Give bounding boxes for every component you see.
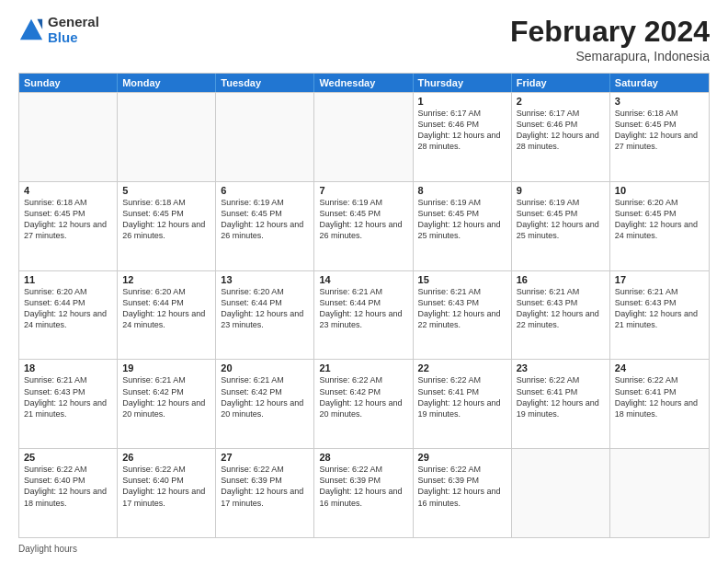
logo-text: General Blue	[48, 15, 99, 45]
title-location: Semarapura, Indonesia	[510, 49, 710, 63]
day-number: 16	[517, 274, 605, 285]
calendar-header: SundayMondayTuesdayWednesdayThursdayFrid…	[19, 74, 709, 92]
day-cell-24: 24Sunrise: 6:22 AM Sunset: 6:41 PM Dayli…	[610, 360, 709, 448]
calendar-body: 1Sunrise: 6:17 AM Sunset: 6:46 PM Daylig…	[19, 92, 709, 537]
daylight-label: Daylight hours	[18, 544, 77, 554]
day-number: 11	[24, 274, 112, 285]
day-info: Sunrise: 6:21 AM Sunset: 6:43 PM Dayligh…	[418, 286, 506, 331]
day-info: Sunrise: 6:19 AM Sunset: 6:45 PM Dayligh…	[418, 197, 506, 242]
day-info: Sunrise: 6:21 AM Sunset: 6:43 PM Dayligh…	[615, 286, 704, 331]
day-info: Sunrise: 6:22 AM Sunset: 6:39 PM Dayligh…	[221, 464, 309, 509]
day-cell-8: 8Sunrise: 6:19 AM Sunset: 6:45 PM Daylig…	[414, 182, 512, 270]
day-cell-20: 20Sunrise: 6:21 AM Sunset: 6:42 PM Dayli…	[216, 360, 314, 448]
header: General Blue February 2024 Semarapura, I…	[18, 15, 710, 63]
day-info: Sunrise: 6:18 AM Sunset: 6:45 PM Dayligh…	[24, 197, 112, 242]
day-info: Sunrise: 6:22 AM Sunset: 6:40 PM Dayligh…	[122, 464, 210, 509]
day-cell-11: 11Sunrise: 6:20 AM Sunset: 6:44 PM Dayli…	[19, 271, 118, 360]
day-info: Sunrise: 6:21 AM Sunset: 6:43 PM Dayligh…	[517, 286, 605, 331]
day-number: 23	[517, 362, 605, 373]
day-number: 4	[24, 185, 112, 196]
day-number: 1	[418, 96, 506, 107]
day-cell-27: 27Sunrise: 6:22 AM Sunset: 6:39 PM Dayli…	[216, 449, 314, 537]
empty-cell	[216, 93, 314, 181]
day-cell-26: 26Sunrise: 6:22 AM Sunset: 6:40 PM Dayli…	[118, 449, 216, 537]
calendar-row-4: 25Sunrise: 6:22 AM Sunset: 6:40 PM Dayli…	[19, 448, 709, 537]
day-cell-18: 18Sunrise: 6:21 AM Sunset: 6:43 PM Dayli…	[19, 360, 118, 448]
calendar-row-1: 4Sunrise: 6:18 AM Sunset: 6:45 PM Daylig…	[19, 181, 709, 270]
header-day-monday: Monday	[118, 74, 216, 92]
day-cell-12: 12Sunrise: 6:20 AM Sunset: 6:44 PM Dayli…	[118, 271, 216, 360]
day-cell-15: 15Sunrise: 6:21 AM Sunset: 6:43 PM Dayli…	[414, 271, 512, 360]
day-number: 10	[615, 185, 704, 196]
day-cell-9: 9Sunrise: 6:19 AM Sunset: 6:45 PM Daylig…	[512, 182, 610, 270]
title-block: February 2024 Semarapura, Indonesia	[510, 15, 710, 63]
day-number: 25	[24, 452, 112, 463]
day-info: Sunrise: 6:20 AM Sunset: 6:44 PM Dayligh…	[24, 286, 112, 331]
header-day-friday: Friday	[512, 74, 610, 92]
day-info: Sunrise: 6:22 AM Sunset: 6:40 PM Dayligh…	[24, 464, 112, 509]
day-number: 29	[418, 452, 506, 463]
day-number: 13	[221, 274, 309, 285]
day-number: 12	[122, 274, 210, 285]
day-number: 17	[615, 274, 704, 285]
logo-general: General	[48, 15, 99, 30]
logo: General Blue	[18, 15, 99, 45]
day-info: Sunrise: 6:19 AM Sunset: 6:45 PM Dayligh…	[517, 197, 605, 242]
day-number: 24	[615, 362, 704, 373]
day-info: Sunrise: 6:17 AM Sunset: 6:46 PM Dayligh…	[418, 108, 506, 153]
day-cell-4: 4Sunrise: 6:18 AM Sunset: 6:45 PM Daylig…	[19, 182, 118, 270]
day-info: Sunrise: 6:20 AM Sunset: 6:44 PM Dayligh…	[122, 286, 210, 331]
day-cell-6: 6Sunrise: 6:19 AM Sunset: 6:45 PM Daylig…	[216, 182, 314, 270]
calendar-row-0: 1Sunrise: 6:17 AM Sunset: 6:46 PM Daylig…	[19, 92, 709, 181]
day-number: 28	[319, 452, 407, 463]
day-cell-21: 21Sunrise: 6:22 AM Sunset: 6:42 PM Dayli…	[314, 360, 413, 448]
day-cell-13: 13Sunrise: 6:20 AM Sunset: 6:44 PM Dayli…	[216, 271, 314, 360]
empty-cell	[610, 449, 709, 537]
day-number: 18	[24, 362, 112, 373]
day-cell-25: 25Sunrise: 6:22 AM Sunset: 6:40 PM Dayli…	[19, 449, 118, 537]
day-info: Sunrise: 6:22 AM Sunset: 6:41 PM Dayligh…	[418, 374, 506, 419]
page: General Blue February 2024 Semarapura, I…	[0, 0, 728, 563]
day-info: Sunrise: 6:22 AM Sunset: 6:41 PM Dayligh…	[517, 374, 605, 419]
day-info: Sunrise: 6:18 AM Sunset: 6:45 PM Dayligh…	[122, 197, 210, 242]
day-number: 7	[319, 185, 407, 196]
day-number: 21	[319, 362, 407, 373]
empty-cell	[314, 93, 413, 181]
day-number: 14	[319, 274, 407, 285]
day-cell-28: 28Sunrise: 6:22 AM Sunset: 6:39 PM Dayli…	[314, 449, 413, 537]
day-number: 19	[122, 362, 210, 373]
header-day-wednesday: Wednesday	[314, 74, 413, 92]
logo-blue: Blue	[48, 30, 99, 46]
day-cell-17: 17Sunrise: 6:21 AM Sunset: 6:43 PM Dayli…	[610, 271, 709, 360]
day-number: 22	[418, 362, 506, 373]
header-day-saturday: Saturday	[610, 74, 709, 92]
svg-marker-1	[38, 18, 43, 29]
day-cell-1: 1Sunrise: 6:17 AM Sunset: 6:46 PM Daylig…	[414, 93, 512, 181]
day-cell-3: 3Sunrise: 6:18 AM Sunset: 6:45 PM Daylig…	[610, 93, 709, 181]
day-number: 2	[517, 96, 605, 107]
calendar-row-3: 18Sunrise: 6:21 AM Sunset: 6:43 PM Dayli…	[19, 359, 709, 448]
day-cell-22: 22Sunrise: 6:22 AM Sunset: 6:41 PM Dayli…	[414, 360, 512, 448]
day-cell-5: 5Sunrise: 6:18 AM Sunset: 6:45 PM Daylig…	[118, 182, 216, 270]
day-number: 9	[517, 185, 605, 196]
day-info: Sunrise: 6:20 AM Sunset: 6:45 PM Dayligh…	[615, 197, 704, 242]
header-day-thursday: Thursday	[414, 74, 512, 92]
empty-cell	[118, 93, 216, 181]
calendar: SundayMondayTuesdayWednesdayThursdayFrid…	[18, 73, 710, 538]
header-day-sunday: Sunday	[19, 74, 118, 92]
day-number: 5	[122, 185, 210, 196]
day-number: 27	[221, 452, 309, 463]
day-info: Sunrise: 6:22 AM Sunset: 6:41 PM Dayligh…	[615, 374, 704, 419]
footer: Daylight hours	[18, 544, 710, 554]
day-cell-19: 19Sunrise: 6:21 AM Sunset: 6:42 PM Dayli…	[118, 360, 216, 448]
day-info: Sunrise: 6:22 AM Sunset: 6:39 PM Dayligh…	[418, 464, 506, 509]
day-info: Sunrise: 6:18 AM Sunset: 6:45 PM Dayligh…	[615, 108, 704, 153]
day-info: Sunrise: 6:21 AM Sunset: 6:42 PM Dayligh…	[122, 374, 210, 419]
day-info: Sunrise: 6:19 AM Sunset: 6:45 PM Dayligh…	[319, 197, 407, 242]
day-info: Sunrise: 6:20 AM Sunset: 6:44 PM Dayligh…	[221, 286, 309, 331]
day-cell-2: 2Sunrise: 6:17 AM Sunset: 6:46 PM Daylig…	[512, 93, 610, 181]
day-cell-7: 7Sunrise: 6:19 AM Sunset: 6:45 PM Daylig…	[314, 182, 413, 270]
day-info: Sunrise: 6:19 AM Sunset: 6:45 PM Dayligh…	[221, 197, 309, 242]
day-cell-14: 14Sunrise: 6:21 AM Sunset: 6:44 PM Dayli…	[314, 271, 413, 360]
day-info: Sunrise: 6:21 AM Sunset: 6:44 PM Dayligh…	[319, 286, 407, 331]
